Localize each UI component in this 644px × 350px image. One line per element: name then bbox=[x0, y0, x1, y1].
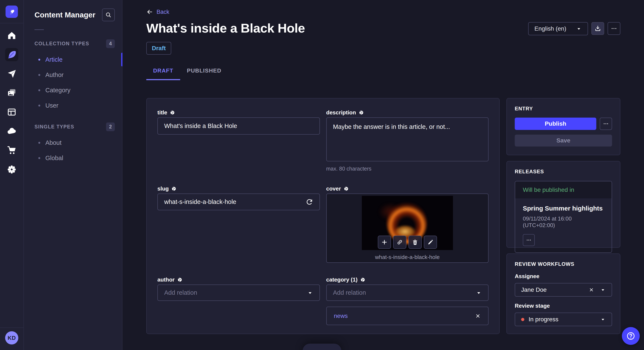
section-count-badge: 4 bbox=[106, 39, 115, 48]
search-icon bbox=[105, 12, 112, 18]
add-media-button[interactable] bbox=[378, 236, 391, 249]
publish-button[interactable]: Publish bbox=[515, 118, 596, 130]
tab-published[interactable]: PUBLISHED bbox=[180, 67, 228, 80]
page-title: What's inside a Black Hole bbox=[146, 21, 305, 35]
entry-form-card: title What's inside a Black Hole descrip… bbox=[146, 98, 500, 334]
main-nav-rail: KD bbox=[0, 0, 24, 350]
clear-icon[interactable] bbox=[589, 287, 594, 293]
release-more-button[interactable] bbox=[523, 234, 535, 246]
save-button[interactable]: Save bbox=[515, 135, 612, 147]
category-relation-item: news bbox=[326, 307, 489, 325]
release-date: 09/11/2024 at 16:00 (UTC+02:00) bbox=[523, 215, 604, 229]
chevron-down-icon bbox=[476, 290, 482, 296]
field-label: category (1) bbox=[326, 276, 358, 283]
regenerate-icon[interactable] bbox=[306, 198, 313, 206]
sidebar-item-label: About bbox=[45, 139, 62, 146]
send-icon[interactable] bbox=[5, 67, 18, 80]
delete-media-button[interactable] bbox=[408, 236, 422, 249]
bullet-icon bbox=[38, 89, 40, 91]
cover-toolbar bbox=[378, 236, 437, 249]
copy-link-button[interactable] bbox=[393, 236, 406, 249]
release-status: Will be published in bbox=[515, 181, 612, 198]
sidebar-item-user[interactable]: User bbox=[24, 98, 122, 113]
releases-panel: RELEASES Will be published in Spring Sum… bbox=[506, 161, 620, 248]
globe-icon bbox=[344, 186, 349, 191]
sidebar-item-label: Global bbox=[45, 155, 63, 162]
sidebar-item-global[interactable]: Global bbox=[24, 150, 122, 166]
assignee-value: Jane Doe bbox=[521, 286, 589, 293]
section-label: COLLECTION TYPES bbox=[34, 41, 89, 47]
bullet-icon bbox=[38, 157, 40, 159]
back-label: Back bbox=[156, 9, 169, 15]
entry-more-button[interactable] bbox=[600, 118, 612, 130]
field-label: slug bbox=[158, 185, 169, 192]
sidebar-item-article[interactable]: Article bbox=[24, 52, 122, 67]
rail-bottom-divider bbox=[0, 328, 24, 328]
back-link[interactable]: Back bbox=[146, 8, 169, 15]
slug-field: slug what-s-inside-a-black-hole bbox=[158, 185, 320, 263]
cover-field: cover bbox=[326, 185, 489, 263]
bullet-icon bbox=[38, 142, 40, 144]
review-stage-select[interactable]: In progress bbox=[515, 313, 612, 326]
more-options-button[interactable] bbox=[608, 22, 620, 35]
media-library-icon[interactable] bbox=[5, 86, 18, 100]
description-input[interactable]: Maybe the answer is in this article, or … bbox=[326, 117, 489, 161]
sidebar-item-category[interactable]: Category bbox=[24, 82, 122, 98]
cloud-icon[interactable] bbox=[5, 125, 18, 138]
cover-image[interactable] bbox=[362, 196, 453, 250]
category-relation-select[interactable]: Add relation bbox=[326, 285, 489, 301]
edit-media-button[interactable] bbox=[424, 236, 437, 249]
globe-icon bbox=[170, 110, 175, 115]
assignee-label: Assignee bbox=[515, 273, 612, 280]
slug-value: what-s-inside-a-black-hole bbox=[164, 198, 236, 205]
trash-icon bbox=[412, 239, 418, 245]
globe-icon bbox=[359, 110, 364, 115]
field-label: title bbox=[158, 109, 167, 116]
release-name: Spring Summer highlights bbox=[523, 205, 604, 212]
review-stage-label: Review stage bbox=[515, 303, 612, 309]
cover-filename: what-s-inside-a-black-hole bbox=[375, 254, 440, 260]
bullet-icon bbox=[38, 74, 40, 76]
slug-input[interactable]: what-s-inside-a-black-hole bbox=[158, 193, 320, 210]
assignee-select[interactable]: Jane Doe bbox=[515, 283, 612, 297]
cart-icon[interactable] bbox=[5, 144, 18, 157]
chevron-down-icon bbox=[576, 26, 582, 31]
help-button[interactable] bbox=[622, 327, 640, 345]
author-relation-select[interactable]: Add relation bbox=[158, 285, 320, 301]
sidebar-item-label: User bbox=[45, 102, 58, 109]
content-manager-sidebar: Content Manager COLLECTION TYPES 4 Artic… bbox=[24, 0, 122, 350]
sidebar-item-label: Article bbox=[45, 56, 62, 63]
stage-value: In progress bbox=[528, 316, 600, 323]
sidebar-item-author[interactable]: Author bbox=[24, 67, 122, 82]
search-button[interactable] bbox=[102, 8, 115, 21]
category-field: category (1) Add relation news bbox=[326, 276, 489, 325]
app-window: KD Content Manager COLLECTION TYPES 4 Ar… bbox=[0, 0, 644, 350]
description-field: description Maybe the answer is in this … bbox=[326, 109, 489, 172]
sidebar-divider bbox=[34, 29, 44, 30]
content-manager-icon[interactable] bbox=[5, 48, 18, 61]
sidebar-item-about[interactable]: About bbox=[24, 135, 122, 150]
question-icon bbox=[626, 331, 636, 341]
release-card: Will be published in Spring Summer highl… bbox=[515, 181, 612, 253]
bottom-pill[interactable] bbox=[302, 344, 342, 350]
bullet-icon bbox=[38, 105, 40, 107]
gear-icon[interactable] bbox=[5, 163, 18, 176]
locale-select[interactable]: English (en) bbox=[528, 22, 588, 35]
draft-published-tabs: DRAFT PUBLISHED bbox=[146, 67, 620, 80]
link-icon bbox=[396, 239, 403, 245]
home-icon[interactable] bbox=[5, 29, 18, 42]
releases-heading: RELEASES bbox=[515, 169, 612, 175]
relation-link[interactable]: news bbox=[334, 313, 348, 319]
strapi-logo[interactable] bbox=[6, 5, 18, 18]
layout-icon[interactable] bbox=[5, 105, 18, 119]
bullet-icon bbox=[38, 59, 40, 61]
rail-divider bbox=[0, 23, 24, 23]
close-icon[interactable] bbox=[475, 313, 481, 319]
chevron-down-icon bbox=[600, 317, 606, 322]
tab-draft[interactable]: DRAFT bbox=[146, 67, 180, 80]
download-button[interactable] bbox=[592, 22, 604, 35]
user-avatar[interactable]: KD bbox=[5, 331, 18, 345]
collection-types-section: COLLECTION TYPES 4 Article Author Catego… bbox=[24, 39, 122, 113]
field-label: author bbox=[158, 276, 175, 283]
title-input[interactable]: What's inside a Black Hole bbox=[158, 117, 320, 135]
